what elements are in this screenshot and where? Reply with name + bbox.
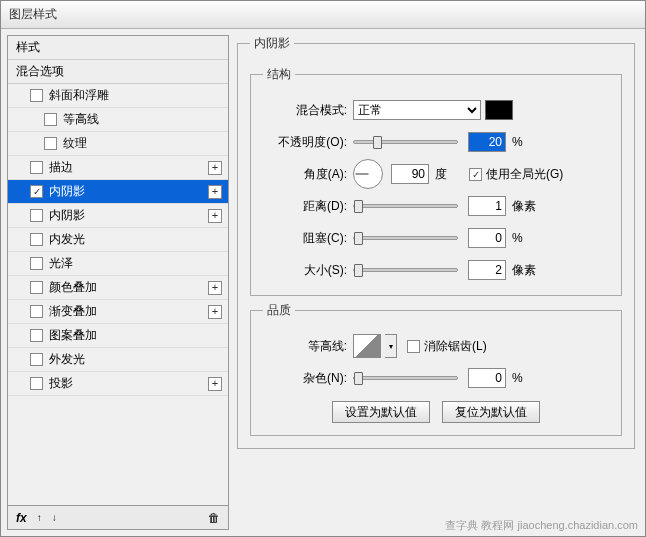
checkbox-icon[interactable] (30, 209, 43, 222)
content-area: 样式 混合选项 斜面和浮雕 等高线 纹理 描边 + (1, 29, 645, 536)
angle-dial[interactable] (353, 159, 383, 189)
titlebar: 图层样式 (1, 1, 645, 29)
style-item-label: 内发光 (49, 231, 85, 248)
style-item-label: 图案叠加 (49, 327, 97, 344)
window-title: 图层样式 (9, 6, 57, 23)
blend-options-label: 混合选项 (16, 63, 64, 80)
global-light-label: 使用全局光(G) (486, 166, 563, 183)
arrow-up-icon[interactable]: ↑ (37, 512, 42, 523)
checkbox-icon[interactable] (30, 161, 43, 174)
style-item-inner-shadow-1[interactable]: 内阴影 + (8, 180, 228, 204)
style-item-label: 颜色叠加 (49, 279, 97, 296)
noise-label: 杂色(N): (263, 370, 353, 387)
antialias-checkbox[interactable] (407, 340, 420, 353)
distance-unit: 像素 (512, 198, 546, 215)
style-item-texture[interactable]: 纹理 (8, 132, 228, 156)
style-item-drop-shadow[interactable]: 投影 + (8, 372, 228, 396)
style-item-label: 投影 (49, 375, 73, 392)
style-item-label: 斜面和浮雕 (49, 87, 109, 104)
style-item-label: 渐变叠加 (49, 303, 97, 320)
choke-label: 阻塞(C): (263, 230, 353, 247)
angle-label: 角度(A): (263, 166, 353, 183)
opacity-label: 不透明度(O): (263, 134, 353, 151)
checkbox-icon[interactable] (30, 353, 43, 366)
layer-style-window: 图层样式 样式 混合选项 斜面和浮雕 等高线 纹理 (0, 0, 646, 537)
plus-icon[interactable]: + (208, 209, 222, 223)
checkbox-icon[interactable] (30, 257, 43, 270)
contour-label: 等高线: (263, 338, 353, 355)
slider-thumb-icon[interactable] (354, 200, 363, 213)
opacity-input[interactable] (468, 132, 506, 152)
quality-legend: 品质 (263, 302, 295, 319)
size-slider[interactable] (353, 268, 458, 272)
size-input[interactable] (468, 260, 506, 280)
watermark-text: 查字典 教程网 jiaocheng.chazidian.com (445, 518, 638, 533)
style-item-color-overlay[interactable]: 颜色叠加 + (8, 276, 228, 300)
slider-thumb-icon[interactable] (354, 372, 363, 385)
noise-slider[interactable] (353, 376, 458, 380)
checkbox-icon[interactable] (30, 329, 43, 342)
angle-row: 角度(A): 度 使用全局光(G) (263, 161, 609, 187)
style-item-gradient-overlay[interactable]: 渐变叠加 + (8, 300, 228, 324)
antialias-label: 消除锯齿(L) (424, 338, 487, 355)
opacity-row: 不透明度(O): % (263, 129, 609, 155)
blend-mode-select[interactable]: 正常 (353, 100, 481, 120)
style-item-outer-glow[interactable]: 外发光 (8, 348, 228, 372)
checkbox-icon[interactable] (44, 113, 57, 126)
reset-default-button[interactable]: 复位为默认值 (442, 401, 540, 423)
opacity-slider[interactable] (353, 140, 458, 144)
blend-options-header[interactable]: 混合选项 (8, 60, 228, 84)
style-item-label: 描边 (49, 159, 73, 176)
panel-title: 内阴影 (250, 35, 294, 52)
style-item-inner-glow[interactable]: 内发光 (8, 228, 228, 252)
slider-thumb-icon[interactable] (354, 264, 363, 277)
plus-icon[interactable]: + (208, 161, 222, 175)
checkbox-icon[interactable] (30, 377, 43, 390)
size-row: 大小(S): 像素 (263, 257, 609, 283)
default-buttons-row: 设置为默认值 复位为默认值 (263, 401, 609, 423)
style-item-label: 外发光 (49, 351, 85, 368)
checkbox-icon[interactable] (30, 185, 43, 198)
trash-icon[interactable]: 🗑 (208, 511, 220, 525)
chevron-down-icon[interactable]: ▾ (385, 334, 397, 358)
plus-icon[interactable]: + (208, 305, 222, 319)
fx-icon[interactable]: fx (16, 511, 27, 525)
style-item-label: 内阴影 (49, 183, 85, 200)
contour-picker[interactable] (353, 334, 381, 358)
slider-thumb-icon[interactable] (373, 136, 382, 149)
checkbox-icon[interactable] (30, 233, 43, 246)
choke-input[interactable] (468, 228, 506, 248)
slider-thumb-icon[interactable] (354, 232, 363, 245)
blend-mode-row: 混合模式: 正常 (263, 97, 609, 123)
distance-row: 距离(D): 像素 (263, 193, 609, 219)
checkbox-icon[interactable] (30, 89, 43, 102)
blend-mode-label: 混合模式: (263, 102, 353, 119)
checkbox-icon[interactable] (44, 137, 57, 150)
distance-input[interactable] (468, 196, 506, 216)
distance-slider[interactable] (353, 204, 458, 208)
style-item-bevel[interactable]: 斜面和浮雕 (8, 84, 228, 108)
choke-row: 阻塞(C): % (263, 225, 609, 251)
plus-icon[interactable]: + (208, 185, 222, 199)
plus-icon[interactable]: + (208, 377, 222, 391)
style-item-stroke[interactable]: 描边 + (8, 156, 228, 180)
distance-label: 距离(D): (263, 198, 353, 215)
angle-input[interactable] (391, 164, 429, 184)
checkbox-icon[interactable] (30, 281, 43, 294)
global-light-checkbox[interactable] (469, 168, 482, 181)
plus-icon[interactable]: + (208, 281, 222, 295)
opacity-unit: % (512, 135, 546, 149)
color-swatch[interactable] (485, 100, 513, 120)
style-item-pattern-overlay[interactable]: 图案叠加 (8, 324, 228, 348)
style-item-satin[interactable]: 光泽 (8, 252, 228, 276)
arrow-down-icon[interactable]: ↓ (52, 512, 57, 523)
quality-group: 品质 等高线: ▾ 消除锯齿(L) 杂色(N): % (250, 302, 622, 436)
noise-input[interactable] (468, 368, 506, 388)
checkbox-icon[interactable] (30, 305, 43, 318)
styles-header-label: 样式 (16, 39, 40, 56)
style-item-contour[interactable]: 等高线 (8, 108, 228, 132)
choke-slider[interactable] (353, 236, 458, 240)
style-item-inner-shadow-2[interactable]: 内阴影 + (8, 204, 228, 228)
make-default-button[interactable]: 设置为默认值 (332, 401, 430, 423)
styles-header[interactable]: 样式 (8, 36, 228, 60)
